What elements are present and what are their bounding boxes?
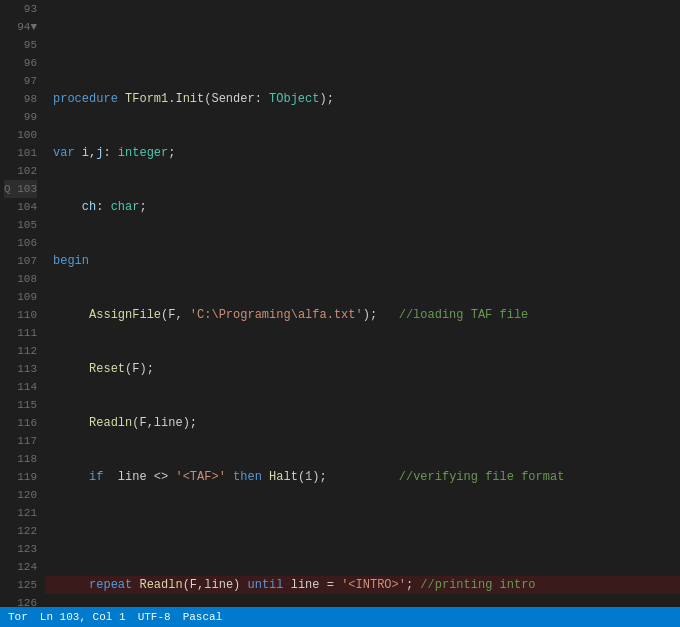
code-line: if line <> '<TAF>' then Halt(1); //verif… — [45, 468, 680, 486]
line-numbers: 93 94▼ 95 96 97 98 99 100 101 102 Q 103 … — [0, 0, 45, 607]
code-line: begin — [45, 252, 680, 270]
code-content[interactable]: procedure TForm1.Init(Sender: TObject); … — [45, 0, 680, 607]
code-area: 93 94▼ 95 96 97 98 99 100 101 102 Q 103 … — [0, 0, 680, 607]
code-line: procedure TForm1.Init(Sender: TObject); — [45, 90, 680, 108]
code-line: ch: char; — [45, 198, 680, 216]
code-line: var i,j: integer; — [45, 144, 680, 162]
code-line — [45, 36, 680, 54]
bottom-bar-encoding: UTF-8 — [138, 611, 171, 623]
code-line: Readln(F,line); — [45, 414, 680, 432]
code-line: Reset(F); — [45, 360, 680, 378]
bottom-bar-language: Pascal — [183, 611, 223, 623]
bottom-bar: Tor Ln 103, Col 1 UTF-8 Pascal — [0, 607, 680, 627]
bottom-bar-item: Tor — [8, 611, 28, 623]
code-line: AssignFile(F, 'C:\Programing\alfa.txt');… — [45, 306, 680, 324]
bottom-bar-cursor: Ln 103, Col 1 — [40, 611, 126, 623]
code-line: repeat Readln(F,line) until line = '<INT… — [45, 576, 680, 594]
code-editor: 93 94▼ 95 96 97 98 99 100 101 102 Q 103 … — [0, 0, 680, 627]
code-line — [45, 522, 680, 540]
